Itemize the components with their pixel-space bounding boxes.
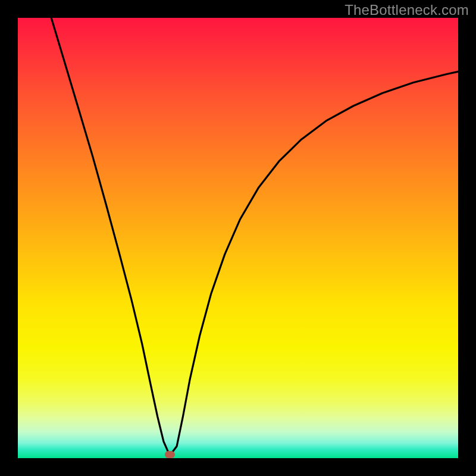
plot-area [18, 18, 458, 458]
bottleneck-curve [18, 18, 458, 458]
watermark-text: TheBottleneck.com [345, 2, 469, 18]
optimal-point-marker [165, 451, 175, 458]
chart-frame: TheBottleneck.com [0, 0, 476, 476]
